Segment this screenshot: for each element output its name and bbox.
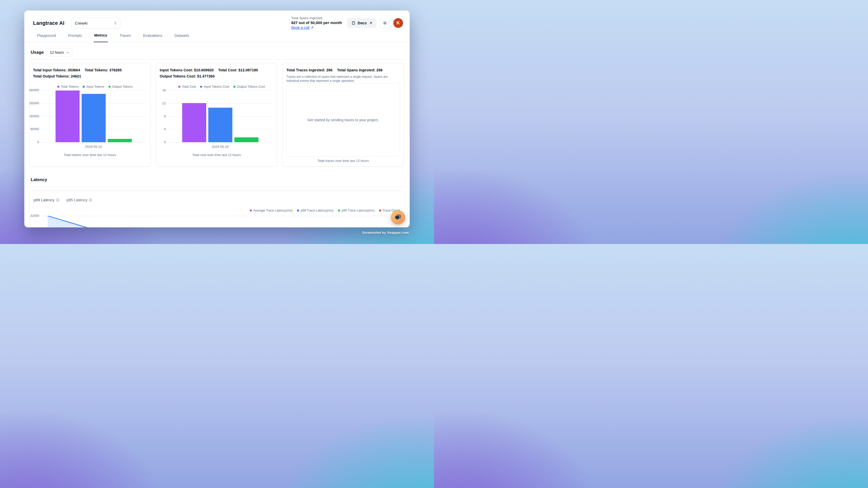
- traces-empty-state: Get started by sending traces to your pr…: [286, 83, 400, 157]
- stat-total-input-tokens: Total Input Tokens: 353664: [33, 67, 80, 73]
- bar-input-tokens: [82, 94, 106, 142]
- x-axis-tick: 2024-05-10: [212, 145, 229, 149]
- book-a-call-link[interactable]: Book a call: [291, 26, 314, 30]
- traces-empty-state-text: Get started by sending traces to your pr…: [307, 118, 379, 122]
- sun-icon: [382, 21, 387, 25]
- legend-dot: [83, 86, 85, 88]
- stat-input-tokens-cost: Input Tokens Cost: $10.609920: [160, 67, 214, 73]
- bar-output-tokens: [108, 139, 132, 142]
- y-axis-tick: 190000: [29, 115, 39, 118]
- usage-section-title: Usage: [31, 50, 44, 55]
- external-arrow-icon: [369, 22, 372, 25]
- chat-bubbles-icon: [394, 214, 402, 221]
- y-axis-tick: 95000: [29, 127, 39, 131]
- header: Langtrace AI CrewAI Total Spans Ingested…: [24, 10, 410, 32]
- watermark: Screenshot by Xnapper.com: [362, 231, 409, 234]
- stat-total-spans-ingested: Total Spans Ingested: 286: [337, 67, 382, 73]
- legend-dot: [200, 86, 202, 88]
- latency-legend: Average Trace Latency(ms)p99 Trace Laten…: [29, 209, 400, 212]
- legend-item: Total Cost: [178, 85, 196, 89]
- bar-output-tokens-cost: [235, 137, 258, 142]
- stat-output-tokens-cost: Output Tokens Cost: $1.477260: [160, 73, 215, 79]
- cost-legend: Total CostInput Tokens CostOutput Tokens…: [156, 85, 277, 89]
- grid-line: [168, 142, 272, 142]
- docs-button-label: Docs: [358, 21, 367, 25]
- stat-total-traces-ingested: Total Traces Ingested: 286: [286, 67, 333, 73]
- spans-usage-summary: Total Spans Ingested 827 out of 50,000 p…: [291, 16, 342, 30]
- main-content: Usage 12 hours Total Input Tokens: 35366…: [24, 48, 410, 227]
- legend-dot: [338, 209, 340, 212]
- tokens-chart: 3800002850001900009500002024-05-10: [29, 90, 150, 150]
- latency-area-series: [29, 216, 405, 227]
- bar-total-cost: [182, 103, 206, 142]
- legend-dot: [379, 209, 381, 212]
- document-icon: [351, 21, 355, 25]
- tab-metrics[interactable]: Metrics: [94, 32, 108, 42]
- tab-playground[interactable]: Playground: [37, 32, 56, 42]
- stat-total-cost: Total Cost: $12.087180: [218, 67, 258, 73]
- legend-item: p99 Trace Latency(ms): [297, 209, 334, 212]
- tab-prompts[interactable]: Prompts: [67, 32, 83, 42]
- spans-usage-value: 827 out of 50,000 per month: [291, 21, 342, 25]
- legend-dot: [57, 86, 59, 88]
- tab-datasets[interactable]: Datasets: [174, 32, 190, 42]
- chat-widget-button[interactable]: [391, 210, 405, 225]
- latency-card: p99 Latency p95 Latency: [29, 190, 405, 227]
- bar-input-tokens-cost: [208, 108, 232, 142]
- legend-item: p95 Trace Latency(ms): [338, 209, 374, 212]
- traces-description: Traces are a collection of spans that re…: [286, 75, 400, 83]
- legend-dot: [178, 86, 180, 88]
- cost-chart: 16128402024-05-10: [156, 90, 277, 150]
- legend-item: Output Tokens: [108, 85, 132, 89]
- y-axis-tick: 0: [29, 140, 39, 144]
- grid-line: [41, 142, 145, 142]
- y-axis-tick: 285000: [29, 101, 39, 105]
- tab-evaluations[interactable]: Evaluations: [143, 32, 163, 42]
- bar-total-tokens: [56, 91, 80, 142]
- y-axis-tick: 4: [156, 127, 166, 131]
- docs-button[interactable]: Docs: [347, 18, 376, 28]
- legend-item: Total Tokens: [57, 85, 79, 89]
- tokens-legend: Total TokensInput TokensOutput Tokens: [29, 85, 150, 89]
- app-logo: Langtrace AI: [33, 20, 64, 26]
- app-window: Langtrace AI CrewAI Total Spans Ingested…: [24, 10, 410, 227]
- tab-traces[interactable]: Traces: [119, 32, 131, 42]
- stat-total-output-tokens: Total Output Tokens: 24621: [33, 73, 81, 79]
- usage-range-dropdown[interactable]: 12 hours: [47, 48, 72, 57]
- y-axis-tick: 380000: [29, 89, 39, 92]
- chevron-up-down-icon: [114, 21, 118, 25]
- chevron-down-icon: [66, 51, 69, 54]
- external-arrow-icon: [311, 26, 314, 29]
- info-icon: [89, 198, 92, 201]
- project-select[interactable]: CrewAI: [71, 18, 121, 28]
- spans-usage-label: Total Spans Ingested: [291, 16, 342, 20]
- cost-card: Input Tokens Cost: $10.609920 Total Cost…: [156, 63, 277, 166]
- y-axis-tick: 0: [156, 140, 166, 144]
- traces-card: Total Traces Ingested: 286 Total Spans I…: [282, 63, 404, 166]
- usage-divider: [29, 59, 405, 60]
- legend-dot: [297, 209, 299, 212]
- legend-dot: [108, 86, 111, 88]
- legend-item: Output Tokens Cost: [234, 85, 265, 89]
- tokens-card: Total Input Tokens: 353664 Total Tokens:…: [29, 63, 151, 166]
- y-axis-tick: 8: [156, 115, 166, 118]
- info-icon: [56, 198, 59, 201]
- p95-latency-toggle[interactable]: p95 Latency: [66, 198, 92, 202]
- x-axis-tick: 2024-05-10: [85, 145, 102, 149]
- latency-divider: [29, 187, 405, 187]
- legend-dot: [234, 86, 236, 88]
- y-axis-tick: 12: [156, 101, 166, 105]
- latency-section-title: Latency: [31, 177, 47, 182]
- cost-chart-caption: Total cost over time last 12 hours: [156, 153, 277, 157]
- legend-dot: [250, 209, 252, 212]
- theme-toggle-button[interactable]: [380, 18, 390, 28]
- tokens-chart-caption: Total tokens over time last 12 hours: [29, 153, 150, 157]
- avatar[interactable]: K: [393, 18, 403, 28]
- y-axis-tick: 16: [156, 89, 166, 92]
- p99-latency-toggle[interactable]: p99 Latency: [33, 198, 59, 202]
- main-tabbar: PlaygroundPromptsMetricsTracesEvaluation…: [24, 32, 410, 42]
- stat-total-tokens: Total Tokens: 378285: [85, 67, 122, 73]
- grid-line: [168, 90, 272, 91]
- latency-chart: 3200024000: [29, 216, 405, 227]
- project-select-value: CrewAI: [75, 21, 114, 25]
